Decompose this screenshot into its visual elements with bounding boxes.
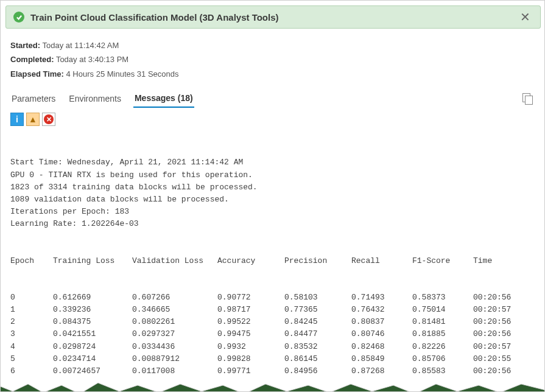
error-filter-icon[interactable]: ✕	[42, 113, 55, 126]
table-cell: 0.58373	[412, 292, 473, 304]
table-cell: 0.99475	[217, 328, 284, 340]
table-cell: 0.80837	[351, 316, 412, 328]
warning-filter-icon[interactable]: ▲	[26, 113, 40, 126]
table-cell: 00:20:57	[473, 341, 528, 353]
table-cell: 00:20:55	[473, 353, 528, 365]
table-cell: 0.90772	[217, 292, 284, 304]
table-cell: 0.85583	[412, 365, 473, 377]
completed-value: Today at 3:40:13 PM	[56, 55, 128, 64]
col-precision: Precision	[284, 255, 351, 267]
metrics-table-header: Epoch Training Loss Validation Loss Accu…	[10, 255, 536, 267]
table-cell: 0.87268	[351, 365, 412, 377]
torn-edge-decoration	[1, 379, 545, 392]
tab-bar: Parameters Environments Messages (18)	[1, 87, 545, 108]
table-cell: 0.0802261	[132, 316, 217, 328]
table-cell: 00:20:56	[473, 292, 528, 304]
tool-title: Train Point Cloud Classification Model (…	[30, 12, 512, 23]
table-cell: 0.82468	[351, 341, 412, 353]
col-f1score: F1-Score	[412, 255, 473, 267]
tab-parameters[interactable]: Parameters	[10, 90, 57, 107]
table-row: 50.02347140.008879120.998280.861450.8584…	[10, 353, 536, 365]
table-cell: 0.76432	[351, 304, 412, 316]
table-cell: 0.80746	[351, 328, 412, 340]
table-cell: 0.81481	[412, 316, 473, 328]
table-cell: 5	[10, 353, 53, 365]
table-cell: 0.0234714	[53, 353, 132, 365]
log-line: 1089 validation data blocks will be proc…	[10, 194, 536, 206]
table-cell: 00:20:57	[473, 304, 528, 316]
table-cell: 6	[10, 365, 53, 377]
col-accuracy: Accuracy	[217, 255, 284, 267]
table-cell: 00:20:56	[473, 316, 528, 328]
table-cell: 0.0421551	[53, 328, 132, 340]
table-cell: 00:20:56	[473, 365, 528, 377]
table-cell: 0.607266	[132, 292, 217, 304]
tab-messages[interactable]: Messages (18)	[133, 89, 194, 108]
table-cell: 0.084375	[53, 316, 132, 328]
table-cell: 0.0298724	[53, 341, 132, 353]
table-cell: 0.0334436	[132, 341, 217, 353]
table-cell: 0.81885	[412, 328, 473, 340]
run-metadata: Started: Today at 11:14:42 AM Completed:…	[1, 33, 545, 87]
col-validation-loss: Validation Loss	[132, 255, 217, 267]
table-cell: 0.99828	[217, 353, 284, 365]
started-value: Today at 11:14:42 AM	[43, 41, 119, 50]
log-line: Start Time: Wednesday, April 21, 2021 11…	[10, 156, 536, 169]
table-cell: 0.00887912	[132, 353, 217, 365]
table-row: 40.02987240.03344360.99320.835320.824680…	[10, 341, 536, 353]
table-row: 10.3392360.3466650.987170.773650.764320.…	[10, 304, 536, 316]
table-row: 60.007246570.01170080.997710.849560.8726…	[10, 365, 536, 377]
table-cell: 3	[10, 328, 53, 340]
completed-label: Completed:	[10, 55, 54, 64]
log-line: Learning Rate: 1.202264e-03	[10, 218, 536, 230]
table-cell: 0.99771	[217, 365, 284, 377]
col-recall: Recall	[351, 255, 412, 267]
table-cell: 00:20:56	[473, 328, 528, 340]
close-button[interactable]: ✕	[518, 11, 533, 23]
table-cell: 0.75014	[412, 304, 473, 316]
success-check-icon	[13, 12, 24, 23]
table-cell: 4	[10, 341, 53, 353]
table-cell: 0.58103	[284, 292, 351, 304]
table-cell: 0.0117008	[132, 365, 217, 377]
message-log: Start Time: Wednesday, April 21, 2021 11…	[1, 130, 545, 392]
started-label: Started:	[10, 41, 40, 50]
table-row: 00.6126690.6072660.907720.581030.714930.…	[10, 292, 536, 304]
table-cell: 0.99522	[217, 316, 284, 328]
log-line: 1823 of 3314 training data blocks will b…	[10, 181, 536, 194]
table-cell: 0.83532	[284, 341, 351, 353]
table-row: 30.04215510.02973270.994750.844770.80746…	[10, 328, 536, 340]
table-cell: 0.84245	[284, 316, 351, 328]
elapsed-label: Elapsed Time:	[10, 69, 64, 79]
table-cell: 0	[10, 292, 53, 304]
message-filter-bar: i ▲ ✕	[1, 108, 545, 130]
error-x-icon: ✕	[44, 114, 54, 124]
table-cell: 0.84477	[284, 328, 351, 340]
table-cell: 2	[10, 316, 53, 328]
log-line: GPU 0 - TITAN RTX is being used for this…	[10, 169, 536, 181]
table-cell: 0.346665	[132, 304, 217, 316]
table-cell: 0.71493	[351, 292, 412, 304]
table-cell: 0.85849	[351, 353, 412, 365]
table-cell: 0.98717	[217, 304, 284, 316]
table-cell: 0.85706	[412, 353, 473, 365]
table-cell: 0.86145	[284, 353, 351, 365]
log-line: Iterations per Epoch: 183	[10, 206, 536, 218]
table-cell: 0.612669	[53, 292, 132, 304]
table-cell: 0.82226	[412, 341, 473, 353]
elapsed-value: 4 Hours 25 Minutes 31 Seconds	[66, 69, 179, 79]
table-cell: 0.339236	[53, 304, 132, 316]
col-epoch: Epoch	[10, 255, 53, 267]
table-cell: 0.84956	[284, 365, 351, 377]
table-cell: 0.0297327	[132, 328, 217, 340]
table-cell: 0.9932	[217, 341, 284, 353]
col-training-loss: Training Loss	[53, 255, 132, 267]
status-header: Train Point Cloud Classification Model (…	[5, 5, 541, 29]
copy-icon[interactable]	[522, 93, 532, 104]
info-filter-icon[interactable]: i	[10, 113, 24, 126]
table-cell: 1	[10, 304, 53, 316]
table-cell: 0.77365	[284, 304, 351, 316]
col-time: Time	[473, 255, 528, 267]
tab-environments[interactable]: Environments	[68, 90, 122, 107]
table-row: 20.0843750.08022610.995220.842450.808370…	[10, 316, 536, 328]
